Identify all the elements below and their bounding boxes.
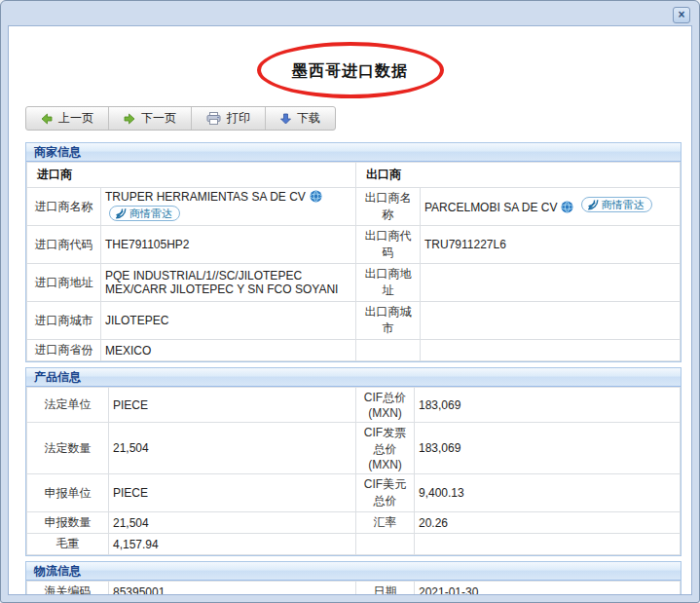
field-value: 21,504: [109, 512, 356, 534]
field-label: 进口商名称: [27, 188, 101, 226]
field-label: 进口商代码: [27, 226, 101, 264]
table-row: 法定单位 PIECE CIF总价(MXN) 183,069: [27, 388, 681, 423]
table-row: 申报数量 21,504 汇率 20.26: [27, 512, 681, 534]
field-value: MEXICO: [101, 340, 356, 361]
product-section-header: 产品信息: [26, 368, 681, 387]
field-label: 日期: [356, 582, 415, 596]
prev-page-label: 上一页: [58, 110, 93, 127]
table-row: 进口商名称 TRUPER HERRAMIENTAS SA DE CV 商情雷达 …: [27, 188, 681, 226]
field-label: 法定单位: [27, 388, 109, 423]
field-value: [415, 534, 681, 555]
download-label: 下载: [297, 110, 320, 127]
field-label: 海关编码: [27, 582, 109, 596]
import-data-dialog: × 墨西哥进口数据 上一页 下一页 打印 下载: [0, 0, 700, 603]
importer-column-header: 进口商: [27, 163, 356, 188]
field-label: 申报单位: [27, 474, 109, 512]
field-label: 毛重: [27, 534, 109, 555]
radar-icon: [587, 199, 599, 210]
field-label: 出口商地址: [356, 264, 421, 302]
field-value: 4,157.94: [109, 534, 356, 555]
field-value: [421, 340, 681, 361]
title-area: 墨西哥进口数据: [9, 26, 691, 102]
merchant-table: 进口商 出口商 进口商名称 TRUPER HERRAMIENTAS SA DE …: [26, 162, 681, 361]
field-value: PIECE: [109, 474, 356, 512]
print-button[interactable]: 打印: [192, 107, 265, 130]
table-row: 进口商 出口商: [27, 163, 681, 188]
dialog-titlebar: ×: [1, 1, 699, 25]
field-label: CIF总价(MXN): [356, 388, 415, 423]
field-label: 法定数量: [27, 423, 109, 474]
field-label: CIF美元总价: [356, 474, 415, 512]
field-label: [356, 340, 421, 361]
radar-icon: [115, 207, 127, 219]
radar-badge[interactable]: 商情雷达: [109, 206, 180, 221]
prev-page-button[interactable]: 上一页: [26, 107, 108, 130]
table-row: 法定数量 21,504 CIF发票总价(MXN) 183,069: [27, 423, 681, 474]
field-label: 进口商城市: [27, 302, 101, 340]
radar-badge-label: 商情雷达: [602, 198, 645, 212]
merchant-section-header: 商家信息: [26, 143, 681, 162]
exporter-name: PARCELMOBI SA DE CV: [424, 201, 557, 214]
field-label: 出口商名称: [356, 188, 421, 226]
table-row: 进口商城市 JILOTEPEC 出口商城市: [27, 302, 681, 340]
radar-badge[interactable]: 商情雷达: [581, 197, 652, 212]
field-label: 申报数量: [27, 512, 109, 534]
next-page-label: 下一页: [141, 110, 176, 127]
globe-icon[interactable]: [310, 190, 322, 206]
field-value: [421, 264, 681, 302]
product-section: 产品信息 法定单位 PIECE CIF总价(MXN) 183,069 法定数量 …: [25, 367, 682, 556]
field-value: JILOTEPEC: [101, 302, 356, 340]
field-value: PQE INDUSTRIAL/1//SC/JILOTEPEC MEX/CARR …: [101, 264, 356, 302]
radar-badge-label: 商情雷达: [129, 207, 172, 221]
field-value: 9,400.13: [415, 474, 681, 512]
field-label: CIF发票总价(MXN): [356, 423, 415, 474]
close-icon[interactable]: ×: [673, 7, 690, 23]
field-label: 出口商城市: [356, 302, 421, 340]
importer-name: TRUPER HERRAMIENTAS SA DE CV: [105, 190, 306, 204]
globe-icon[interactable]: [561, 201, 573, 216]
dialog-body: 墨西哥进口数据 上一页 下一页 打印 下载: [8, 25, 692, 595]
field-value: TRU7911227L6: [421, 226, 681, 264]
table-row: 申报单位 PIECE CIF美元总价 9,400.13: [27, 474, 681, 512]
table-row: 海关编码 85395001 日期 2021-01-30: [27, 582, 681, 596]
next-page-button[interactable]: 下一页: [109, 107, 191, 130]
field-value: THE791105HP2: [101, 226, 356, 264]
page-title: 墨西哥进口数据: [292, 61, 408, 82]
field-label: 进口商地址: [27, 264, 101, 302]
field-label: 出口商代码: [356, 226, 421, 264]
field-value: [421, 302, 681, 340]
green-arrow-left-icon: [41, 113, 53, 125]
field-value: 20.26: [415, 512, 681, 534]
field-value: 183,069: [415, 423, 681, 474]
printer-icon: [206, 112, 221, 125]
sections: 商家信息 进口商 出口商 进口商名称 TRUPER HERRAMIENTAS S…: [25, 142, 682, 595]
table-row: 进口商省份 MEXICO: [27, 340, 681, 361]
table-row: 进口商地址 PQE INDUSTRIAL/1//SC/JILOTEPEC MEX…: [27, 264, 681, 302]
green-arrow-right-icon: [124, 113, 135, 125]
field-label: 汇率: [356, 512, 415, 534]
exporter-name-cell: PARCELMOBI SA DE CV 商情雷达: [421, 188, 681, 226]
table-row: 进口商代码 THE791105HP2 出口商代码 TRU7911227L6: [27, 226, 681, 264]
pager-toolbar: 上一页 下一页 打印 下载: [25, 106, 336, 131]
merchant-section: 商家信息 进口商 出口商 进口商名称 TRUPER HERRAMIENTAS S…: [25, 142, 682, 362]
product-table: 法定单位 PIECE CIF总价(MXN) 183,069 法定数量 21,50…: [26, 387, 681, 555]
table-row: 毛重 4,157.94: [27, 534, 681, 555]
field-value: 2021-01-30: [415, 582, 681, 596]
field-value: PIECE: [109, 388, 356, 423]
importer-name-cell: TRUPER HERRAMIENTAS SA DE CV 商情雷达: [101, 188, 356, 226]
logistics-section: 物流信息 海关编码 85395001 日期 2021-01-30 原产国 CHI…: [25, 561, 682, 595]
print-label: 打印: [227, 110, 250, 127]
logistics-table: 海关编码 85395001 日期 2021-01-30 原产国 CHINA 运输…: [26, 581, 681, 595]
field-value: 183,069: [415, 388, 681, 423]
blue-arrow-down-icon: [280, 113, 291, 125]
field-label: 进口商省份: [27, 340, 101, 361]
exporter-column-header: 出口商: [356, 163, 681, 188]
field-label: [356, 534, 415, 555]
field-value: 21,504: [109, 423, 356, 474]
field-value: 85395001: [109, 582, 356, 596]
logistics-section-header: 物流信息: [26, 562, 681, 581]
download-button[interactable]: 下载: [266, 107, 335, 130]
